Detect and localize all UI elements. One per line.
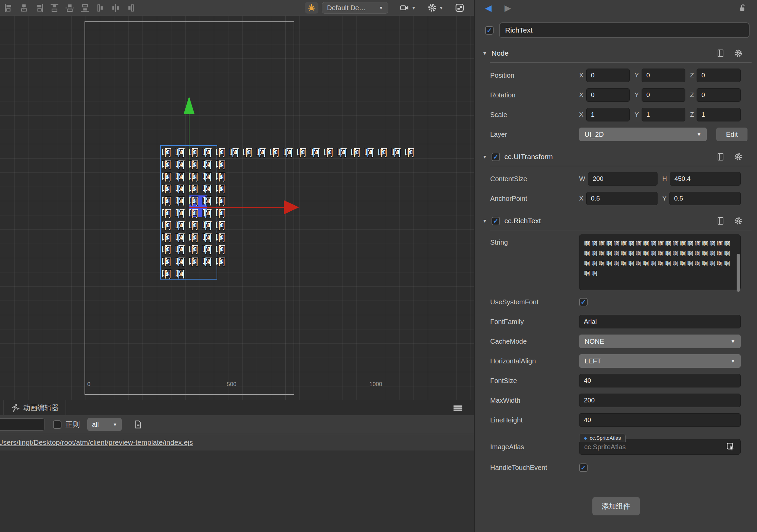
ruler-label-0: 0 — [87, 381, 90, 388]
node-active-checkbox[interactable]: ✓ — [485, 26, 494, 35]
console-search-input[interactable] — [0, 418, 45, 431]
cache-mode-dropdown[interactable]: NONE ▼ — [579, 335, 741, 348]
uitransform-settings-gear-icon[interactable] — [734, 152, 743, 161]
max-width-input[interactable] — [579, 394, 741, 407]
align-left-icon[interactable] — [3, 3, 14, 13]
node-settings-gear-icon[interactable] — [734, 49, 743, 58]
font-family-input[interactable] — [579, 315, 741, 328]
use-system-font-checkbox[interactable]: ✓ — [579, 298, 588, 306]
console-file-link[interactable]: Users/lingt/Desktop/root/atm/client/prev… — [0, 438, 193, 446]
property-row-fontfamily: FontFamily — [475, 312, 757, 331]
content-size-w-input[interactable] — [588, 172, 658, 186]
richtext-docs-icon[interactable] — [716, 216, 725, 225]
align-bottom-icon[interactable] — [80, 3, 90, 13]
axis-h-label: H — [662, 175, 667, 183]
anchor-point-x-input[interactable] — [586, 192, 658, 205]
node-name-input[interactable] — [499, 22, 750, 38]
chevron-down-icon: ▼ — [731, 339, 735, 344]
position-z-input[interactable] — [697, 69, 741, 82]
add-component-button[interactable]: 添加组件 — [592, 497, 640, 515]
section-title: cc.UITransform — [504, 153, 553, 161]
section-header-uitransform[interactable]: ▼ ✓ cc.UITransform — [475, 144, 757, 164]
asset-diamond-icon: ◆ — [584, 436, 587, 440]
align-right-icon[interactable] — [34, 3, 44, 13]
section-header-node[interactable]: ▼ Node — [475, 41, 757, 60]
axis-x-label: X — [579, 91, 584, 99]
axis-w-label: W — [579, 175, 585, 183]
collapse-caret-icon[interactable]: ▼ — [482, 154, 487, 159]
cursor-pointer-icon — [726, 442, 736, 452]
property-row-contentsize: ContentSize W H — [475, 169, 757, 189]
section-title: Node — [492, 49, 509, 57]
history-forward-icon[interactable]: ▶ — [504, 3, 511, 13]
asset-type-tag: ◆ cc.SpriteAtlas — [579, 434, 626, 442]
scale-z-input[interactable] — [697, 108, 741, 121]
log-filter-select[interactable]: all ▼ — [87, 418, 122, 431]
layer-dropdown[interactable]: UI_2D ▼ — [579, 128, 707, 141]
distribute-left-icon[interactable] — [95, 3, 105, 13]
history-back-icon[interactable]: ◀ — [485, 3, 492, 13]
scene-settings-button[interactable]: ▼ — [427, 3, 443, 13]
regex-checkbox-label: 正则 — [66, 420, 80, 429]
align-top-icon[interactable] — [49, 3, 59, 13]
axis-y-label: Y — [634, 72, 639, 79]
collapse-caret-icon[interactable]: ▼ — [482, 51, 487, 56]
ruler-label-1000: 1000 — [369, 381, 382, 388]
font-size-input[interactable] — [579, 374, 741, 387]
rotation-z-input[interactable] — [697, 88, 741, 102]
scale-y-input[interactable] — [642, 108, 685, 121]
line-height-input[interactable] — [579, 413, 741, 427]
layout-icon — [455, 3, 464, 13]
distribute-right-icon[interactable] — [126, 3, 136, 13]
scene-viewport[interactable]: 0 500 1000 啊 啊 啊 啊 啊 啊 啊 啊 啊 啊 啊 啊 啊 啊 啊… — [0, 16, 474, 400]
property-label: MaxWidth — [490, 397, 579, 404]
lock-icon[interactable] — [738, 3, 747, 12]
collapse-caret-icon[interactable]: ▼ — [482, 218, 487, 224]
position-x-input[interactable] — [586, 69, 630, 82]
alignment-toolbar — [3, 3, 136, 13]
uitransform-docs-icon[interactable] — [716, 152, 725, 161]
property-row-fontsize: FontSize — [475, 371, 757, 391]
node-docs-icon[interactable] — [716, 49, 725, 58]
tab-animation-editor[interactable]: 动画编辑器 — [3, 400, 66, 415]
rotation-y-input[interactable] — [642, 88, 685, 102]
console-search-bar: 正则 all ▼ — [0, 415, 474, 434]
handle-touch-event-checkbox[interactable]: ✓ — [579, 463, 588, 472]
scale-x-input[interactable] — [586, 108, 630, 121]
content-size-h-input[interactable] — [670, 172, 741, 186]
checkmark-icon: ✓ — [581, 464, 586, 472]
uitransform-enabled-checkbox[interactable]: ✓ — [492, 153, 500, 161]
camera-menu-button[interactable]: ▼ — [400, 3, 416, 13]
align-horizontal-center-icon[interactable] — [64, 3, 75, 13]
richtext-enabled-checkbox[interactable]: ✓ — [492, 217, 500, 225]
property-row-usesystemfont: UseSystemFont ✓ — [475, 292, 757, 312]
panel-menu-icon[interactable] — [454, 405, 462, 407]
rotation-x-input[interactable] — [586, 88, 630, 102]
axis-z-label: Z — [690, 91, 694, 99]
distribute-horizontal-center-icon[interactable] — [110, 3, 121, 13]
ruler-label-500: 500 — [227, 381, 236, 388]
horizontal-align-dropdown[interactable]: LEFT ▼ — [579, 354, 741, 368]
gizmo-light-button[interactable] — [305, 2, 318, 14]
property-label: String — [490, 234, 579, 246]
axis-z-label: Z — [690, 111, 694, 118]
regex-checkbox[interactable] — [53, 420, 61, 429]
gizmo-x-axis-arrow[interactable] — [284, 200, 299, 214]
property-label: UseSystemFont — [490, 298, 579, 306]
anchor-point-y-input[interactable] — [669, 192, 741, 205]
layout-windows-button[interactable] — [455, 3, 464, 13]
axis-y-label: Y — [634, 111, 639, 118]
string-textarea[interactable]: 啊 啊 啊 啊 啊 啊 啊 啊 啊 啊 啊 啊 啊 啊 啊 啊 啊 啊 啊 啊 … — [579, 234, 741, 290]
section-header-richtext[interactable]: ▼ ✓ cc.RichText — [475, 208, 757, 228]
chevron-down-icon: ▼ — [697, 132, 701, 137]
log-filter-value: all — [92, 421, 99, 429]
gizmo-y-axis-arrow[interactable] — [184, 96, 195, 114]
align-vertical-center-icon[interactable] — [19, 3, 29, 13]
clear-log-button[interactable] — [133, 420, 142, 429]
scene-camera-selector[interactable]: Default De… ▼ — [322, 2, 388, 14]
position-y-input[interactable] — [642, 69, 685, 82]
string-scrollbar[interactable] — [737, 254, 740, 292]
checkmark-icon: ✓ — [581, 298, 586, 306]
richtext-settings-gear-icon[interactable] — [734, 216, 743, 225]
layer-edit-button[interactable]: Edit — [716, 128, 747, 141]
